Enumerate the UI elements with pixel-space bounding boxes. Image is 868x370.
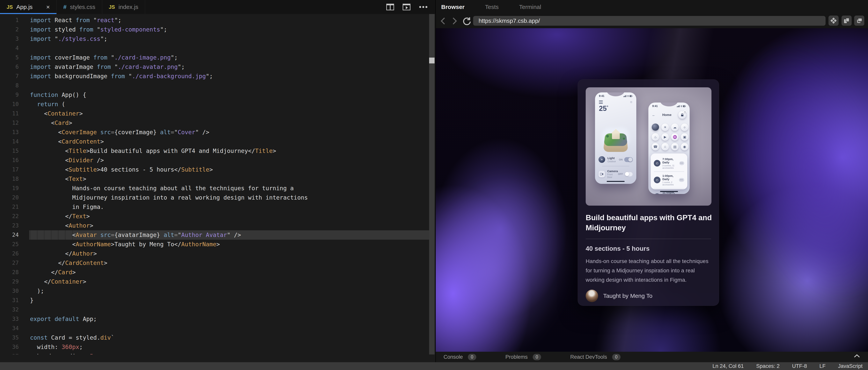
code-line: 23 <Author> xyxy=(0,221,429,230)
line-number: 34 xyxy=(0,324,19,333)
line-number: 28 xyxy=(0,268,19,277)
code-line: 8 xyxy=(0,81,429,90)
divider xyxy=(602,166,629,166)
editor-actions xyxy=(386,0,435,14)
code-line: 24 <Avatar src={avatarImage} alt="Author… xyxy=(0,230,429,240)
phone-mockup-home: 9:41 ← Home 1 ☀☁☼♨▶♒▣☎⌂▤◉ xyxy=(648,103,690,194)
code-line: 14 <CardContent> xyxy=(0,137,429,146)
code-line: 17 <Subtitle>40 sections - 5 hours</Subt… xyxy=(0,165,429,174)
preview-tabbar: Browser Tests Terminal xyxy=(436,0,868,14)
weather-icon: ☁ xyxy=(671,124,679,131)
menu-icon xyxy=(599,101,603,104)
line-number: 23 xyxy=(0,221,19,230)
editor-scrollbar[interactable] xyxy=(429,14,435,355)
responsive-mode-icon[interactable] xyxy=(829,15,839,26)
code-line: 29 </Container> xyxy=(0,277,429,287)
code-line: 13 <CoverImage src={coverImage} alt="Cov… xyxy=(0,128,429,137)
duplicate-preview-icon[interactable] xyxy=(854,15,864,26)
editor-tabbar: JS App.js × # styles.css JS index.js xyxy=(0,0,435,14)
code-line: 26 </Author> xyxy=(0,249,429,258)
camera-icon xyxy=(598,171,605,177)
tab-browser[interactable]: Browser xyxy=(441,4,465,10)
home-controls-grid: ☀☁☼♨▶♒▣☎⌂▤◉ xyxy=(652,124,688,150)
code-line: 37 border-radius: 5px; xyxy=(0,352,429,355)
line-number: 21 xyxy=(0,202,19,212)
console-count-badge: 0 xyxy=(468,354,476,360)
line-number: 3 xyxy=(0,34,19,43)
line-number: 7 xyxy=(0,72,19,81)
forward-icon[interactable] xyxy=(451,17,459,25)
home-title: Home xyxy=(655,113,678,117)
more-options-icon: ••• xyxy=(679,161,684,165)
schedule-row: ◴ 7:00pm, Daily 3 scenes, 11 accessories… xyxy=(653,156,685,170)
refresh-icon[interactable] xyxy=(463,17,471,25)
tab-label: index.js xyxy=(118,4,138,10)
run-preview-icon[interactable] xyxy=(403,4,410,10)
schedule-row: ◴ 1:00pm, Daily 1 scene, 2 accessories •… xyxy=(653,173,685,187)
codesandbox-window: JS App.js × # styles.css JS index.js xyxy=(0,0,868,370)
code-line: 28 </Card> xyxy=(0,268,429,277)
react-devtools-toggle[interactable]: React DevTools 0 xyxy=(570,354,621,360)
camera-control-row: Camera Front Door OFF xyxy=(598,169,633,178)
course-card: 9:41 ☼ 25° ☀ Light xyxy=(578,79,719,306)
indentation-setting[interactable]: Spaces: 2 xyxy=(756,363,780,369)
more-actions-icon[interactable] xyxy=(419,6,428,8)
camera-lens-icon: ◉ xyxy=(681,143,688,150)
line-number: 19 xyxy=(0,183,19,193)
language-mode[interactable]: JavaScript xyxy=(838,363,863,369)
line-number: 30 xyxy=(0,287,19,296)
eol-setting[interactable]: LF xyxy=(819,363,826,369)
tab-label: styles.css xyxy=(70,4,95,10)
line-number: 15 xyxy=(0,146,19,156)
light-icon: ☀ xyxy=(598,156,605,163)
course-cover-image: 9:41 ☼ 25° ☀ Light xyxy=(586,87,711,206)
cursor-position[interactable]: Ln 24, Col 61 xyxy=(712,363,744,369)
encoding-setting[interactable]: UTF-8 xyxy=(792,363,807,369)
code-line: 19 Hands-on course teaching about all th… xyxy=(0,183,429,193)
tab-index-js[interactable]: JS index.js xyxy=(102,0,145,14)
code-line: 18 <Text> xyxy=(0,174,429,183)
close-tab-icon[interactable]: × xyxy=(46,4,50,10)
devtools-count-badge: 0 xyxy=(612,354,621,360)
tab-app-js[interactable]: JS App.js × xyxy=(0,0,57,14)
divider xyxy=(654,188,684,189)
code-line: 5import coverImage from "./card-image.pn… xyxy=(0,53,429,62)
browser-navbar: https://skmsp7.csb.app/ xyxy=(436,14,868,28)
open-new-window-icon[interactable] xyxy=(841,15,851,26)
chevron-up-icon[interactable] xyxy=(854,354,860,359)
phone-mockup-weather: 9:41 ☼ 25° ☀ Light xyxy=(595,92,636,184)
tab-terminal[interactable]: Terminal xyxy=(519,4,541,10)
line-number: 18 xyxy=(0,174,19,183)
status-bar: Ln 24, Col 61 Spaces: 2 UTF-8 LF JavaScr… xyxy=(0,362,868,370)
code-line: 1import React from "react"; xyxy=(0,15,429,25)
tab-styles-css[interactable]: # styles.css xyxy=(57,0,102,14)
status-icons xyxy=(623,95,632,97)
line-number: 37 xyxy=(0,352,19,355)
media-icon: ▶ xyxy=(661,133,669,141)
code-line: 11 <Container> xyxy=(0,109,429,118)
code-line: 31} xyxy=(0,296,429,305)
line-number: 32 xyxy=(0,305,19,314)
code-line: 15 <Title>Build beautiful apps with GPT4… xyxy=(0,146,429,156)
split-editor-icon[interactable] xyxy=(386,4,394,10)
light-toggle xyxy=(624,157,633,162)
line-number: 25 xyxy=(0,240,19,249)
status-time: 9:41 xyxy=(652,104,658,108)
problems-toggle[interactable]: Problems 0 xyxy=(505,354,541,360)
code-line: 30 ); xyxy=(0,287,429,296)
code-line: 10 return ( xyxy=(0,100,429,109)
code-line: 36 width: 360px; xyxy=(0,342,429,352)
editor-pane: JS App.js × # styles.css JS index.js xyxy=(0,0,435,362)
back-icon[interactable] xyxy=(438,17,447,25)
isometric-house-illustration xyxy=(601,129,630,152)
tab-tests[interactable]: Tests xyxy=(485,4,499,10)
line-number: 9 xyxy=(0,90,19,100)
code-line: 20 Midjourney inspiration into a real wo… xyxy=(0,193,429,202)
code-editor[interactable]: 1import React from "react";2import style… xyxy=(0,14,429,355)
css-file-icon: # xyxy=(63,4,67,10)
url-input[interactable]: https://skmsp7.csb.app/ xyxy=(473,16,826,26)
console-toggle[interactable]: Console 0 xyxy=(443,354,476,360)
line-number: 26 xyxy=(0,249,19,258)
sphere-button-icon xyxy=(652,124,659,131)
devtools-bar: Console 0 Problems 0 React DevTools 0 xyxy=(436,352,868,362)
